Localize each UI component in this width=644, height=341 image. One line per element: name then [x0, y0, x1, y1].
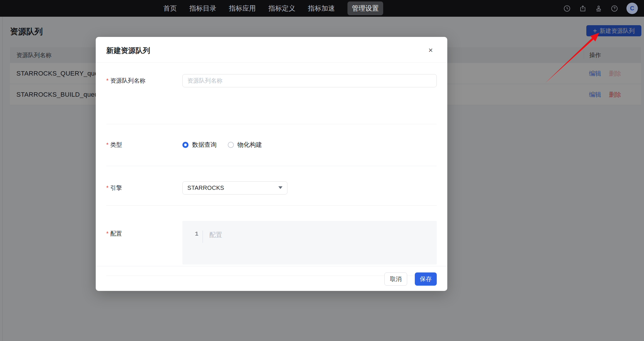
top-navbar: 首页 指标目录 指标应用 指标定义 指标加速 管理设置 C: [0, 0, 644, 17]
modal-body: *资源队列名称 *类型 数据查询: [96, 63, 447, 266]
nav-item-metric-definition[interactable]: 指标定义: [268, 0, 295, 17]
nav-item-metric-acceleration[interactable]: 指标加速: [308, 0, 335, 17]
radio-data-query[interactable]: 数据查询: [182, 141, 217, 149]
section-divider: [106, 124, 437, 124]
field-config: *配置 1 配置: [106, 221, 437, 265]
nav-item-metric-catalog[interactable]: 指标目录: [189, 0, 216, 17]
field-label: *引擎: [106, 184, 182, 192]
caret-down-icon: [278, 186, 282, 189]
required-asterisk: *: [106, 141, 109, 148]
main-menu: 首页 指标目录 指标应用 指标定义 指标加速 管理设置: [163, 0, 383, 17]
nav-item-home[interactable]: 首页: [163, 0, 177, 17]
save-button[interactable]: 保存: [415, 272, 437, 286]
history-icon[interactable]: [563, 5, 571, 12]
help-icon[interactable]: [611, 5, 618, 12]
required-asterisk: *: [106, 77, 109, 84]
modal-footer: 取消 保存: [96, 266, 447, 291]
modal-header: 新建资源队列 ×: [96, 37, 447, 63]
user-avatar[interactable]: C: [626, 3, 638, 14]
export-icon[interactable]: [579, 5, 587, 12]
section-divider: [106, 166, 437, 166]
line-number: 1: [195, 231, 198, 243]
section-divider: [106, 205, 437, 206]
required-asterisk: *: [106, 185, 109, 191]
create-queue-modal: 新建资源队列 × *资源队列名称 *类型: [96, 37, 447, 291]
radio-selected-icon: [182, 142, 189, 148]
cancel-button[interactable]: 取消: [384, 272, 407, 286]
required-asterisk: *: [106, 230, 109, 237]
nav-item-metric-app[interactable]: 指标应用: [229, 0, 256, 17]
field-queue-name: *资源队列名称: [106, 74, 437, 87]
radio-materialized-build[interactable]: 物化构建: [228, 141, 262, 149]
field-label: *配置: [106, 221, 182, 265]
field-label: *资源队列名称: [106, 77, 182, 85]
close-icon[interactable]: ×: [426, 45, 436, 55]
queue-name-input[interactable]: [182, 74, 437, 87]
content-area: 资源队列 + 新建资源队列 资源队列名称 操作 STARROCKS_QUERY_…: [0, 17, 644, 341]
field-type: *类型 数据查询 物化构建: [106, 141, 437, 149]
modal-title: 新建资源队列: [106, 46, 150, 55]
type-radio-group: 数据查询 物化构建: [182, 141, 262, 149]
app-root: 首页 指标目录 指标应用 指标定义 指标加速 管理设置 C 资源队列: [0, 0, 644, 341]
field-engine: *引擎 STARROCKS: [106, 181, 437, 195]
config-code-editor[interactable]: 1 配置: [182, 221, 437, 265]
field-label: *类型: [106, 141, 182, 149]
radio-unselected-icon: [228, 142, 234, 148]
stamp-icon[interactable]: [595, 5, 602, 12]
config-placeholder: 配置: [203, 231, 222, 265]
navbar-actions: C: [563, 0, 638, 17]
engine-select[interactable]: STARROCKS: [182, 181, 287, 195]
engine-select-value: STARROCKS: [187, 185, 224, 191]
nav-item-admin-settings[interactable]: 管理设置: [347, 1, 383, 15]
editor-gutter: 1: [182, 231, 203, 243]
